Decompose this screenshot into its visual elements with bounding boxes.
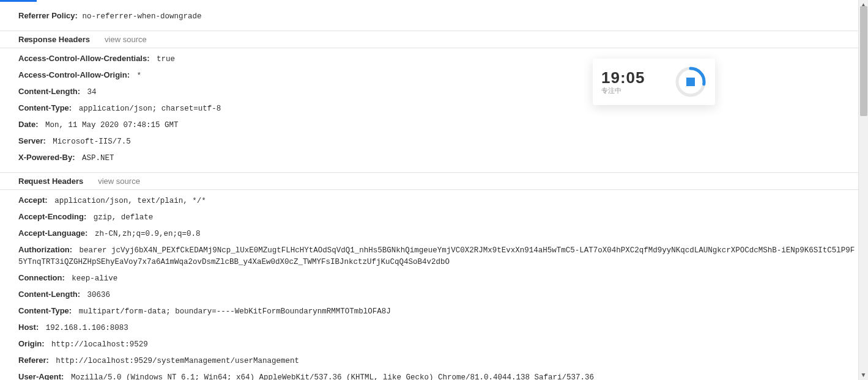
header-row: X-Powered-By: ASP.NET [18,150,858,166]
header-row: Accept-Encoding: gzip, deflate [18,209,858,225]
general-section-tail: Referrer Policy: no-referrer-when-downgr… [0,5,858,31]
window-scrollbar[interactable]: ▲ ▼ [858,0,868,380]
header-value: Mon, 11 May 2020 07:48:15 GMT [41,121,179,130]
header-value: 192.168.1.106:8083 [41,324,128,332]
header-value: gzip, deflate [89,213,153,222]
focus-timer-widget[interactable]: 19:05 专注中 [593,59,715,105]
active-tab-indicator [0,0,37,2]
header-key: Server: [18,136,46,145]
header-row: Host: 192.168.1.106:8083 [18,320,858,336]
header-value: * [132,71,141,80]
header-value: true [152,55,176,64]
disclosure-triangle-icon[interactable]: ▼ [24,178,31,185]
header-key: Referrer Policy: [18,11,78,20]
header-key: Content-Length: [18,290,80,299]
devtools-headers-panel[interactable]: Referrer Policy: no-referrer-when-downgr… [0,0,858,380]
header-row: User-Agent: Mozilla/5.0 (Windows NT 6.1;… [18,369,858,380]
request-headers-list: Accept: application/json, text/plain, */… [0,190,858,380]
header-key: Content-Type: [18,103,72,112]
header-value: http://localhost:9529/systemManagement/u… [51,357,299,365]
header-value: keep-alive [67,274,118,283]
header-value: application/json; charset=utf-8 [74,104,221,113]
header-key: Accept-Encoding: [18,212,86,221]
header-value: ASP.NET [77,154,114,163]
header-row: Content-Type: multipart/form-data; bound… [18,303,858,320]
header-value: http://localhost:9529 [47,340,148,349]
scroll-down-arrow-icon[interactable]: ▼ [859,370,868,380]
view-source-link[interactable]: view source [98,177,140,186]
header-value: 30636 [83,291,110,299]
header-value: 34 [83,88,97,97]
header-key: Referer: [18,356,49,365]
header-value: application/json, text/plain, */* [50,197,206,205]
scrollbar-thumb[interactable] [860,6,867,116]
header-row: Authorization: bearer jcVyj6bX4N_PEXfCkE… [18,242,858,270]
header-value: bearer jcVyj6bX4N_PEXfCkEDAMj9Ncp_lUxE0M… [18,246,855,266]
header-key: Accept-Language: [18,228,87,238]
header-value: zh-CN,zh;q=0.9,en;q=0.8 [90,230,200,238]
header-key: Content-Length: [18,87,80,96]
header-row: Connection: keep-alive [18,270,858,287]
stop-icon[interactable] [686,78,695,86]
header-key: X-Powered-By: [18,153,75,162]
header-key: Accept: [18,195,48,205]
header-key: Date: [18,120,39,129]
header-row: Referer: http://localhost:9529/systemMan… [18,353,858,369]
header-key: User-Agent: [18,372,64,380]
view-source-link[interactable]: view source [105,35,147,44]
timer-time: 19:05 [601,68,645,87]
header-row: Access-Control-Allow-Credentials: true [18,51,858,67]
header-row: Date: Mon, 11 May 2020 07:48:15 GMT [18,117,858,133]
header-key: Content-Type: [18,306,72,315]
header-value: Microsoft-IIS/7.5 [48,137,131,146]
response-headers-list: Access-Control-Allow-Credentials: trueAc… [0,48,858,172]
timer-progress-ring[interactable] [675,66,707,98]
header-row: Content-Length: 34 [18,84,858,100]
timer-status: 专注中 [601,86,645,95]
header-key: Connection: [18,273,65,282]
header-key: Origin: [18,339,45,348]
header-row: Content-Type: application/json; charset=… [18,100,858,117]
header-row: Accept-Language: zh-CN,zh;q=0.9,en;q=0.8 [18,225,858,242]
header-row-referrer-policy: Referrer Policy: no-referrer-when-downgr… [18,8,858,24]
header-row: Content-Length: 30636 [18,287,858,303]
header-value: no-referrer-when-downgrade [82,12,201,21]
header-value: Mozilla/5.0 (Windows NT 6.1; Win64; x64)… [66,373,594,380]
header-row: Access-Control-Allow-Origin: * [18,67,858,84]
header-key: Host: [18,323,39,332]
request-headers-section-header[interactable]: ▼ Request Headers view source [0,172,858,190]
response-headers-section-header[interactable]: ▼ Response Headers view source [0,31,858,48]
header-key: Access-Control-Allow-Credentials: [18,54,150,63]
header-row: Accept: application/json, text/plain, */… [18,192,858,209]
header-key: Access-Control-Allow-Origin: [18,70,130,79]
header-row: Server: Microsoft-IIS/7.5 [18,133,858,150]
header-row: Origin: http://localhost:9529 [18,336,858,353]
header-key: Authorization: [18,245,72,254]
header-value: multipart/form-data; boundary=----WebKit… [74,307,391,316]
disclosure-triangle-icon[interactable]: ▼ [24,36,31,43]
